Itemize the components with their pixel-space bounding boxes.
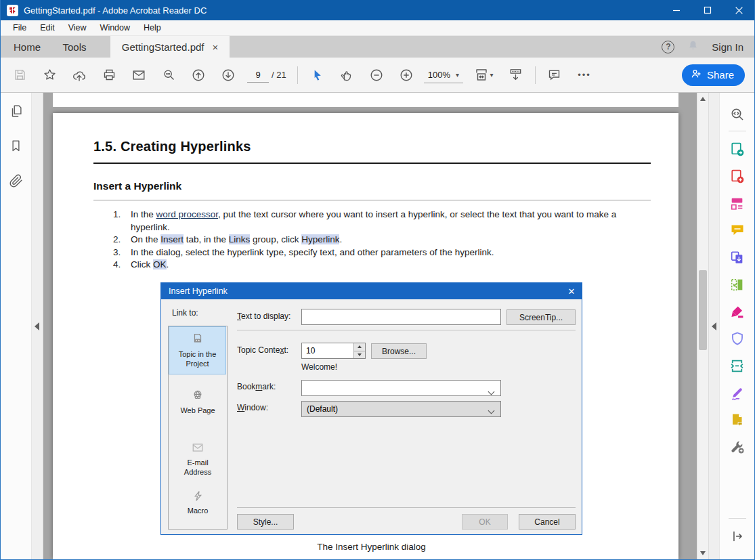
zoom-in-icon[interactable] [391,62,421,88]
figure-caption: The Insert Hyperlink dialog [160,542,582,552]
window-combo: (Default) [301,401,501,417]
open-pane-icon[interactable] [726,523,749,550]
dialog-separator [237,330,576,330]
save-icon[interactable] [5,62,35,88]
page-scroll-icon[interactable] [501,62,531,88]
sign-pen-icon[interactable] [726,379,749,406]
request-signatures-icon[interactable] [726,406,749,433]
bookmarks-icon[interactable] [9,139,23,156]
toolbar: / 21 100% ▾ ▾ ••• [1,58,754,93]
subsection-heading: Insert a Hyperlink [93,180,181,192]
export-pdf-icon[interactable] [726,135,749,163]
upload-cloud-icon[interactable] [64,62,94,88]
nav-web-page: Web Page [169,383,226,421]
word-processor-link[interactable]: word processor [156,209,219,219]
bookmark-label: Bookmark: [237,382,276,391]
scrollbar-thumb[interactable] [699,270,707,350]
vertical-scrollbar[interactable] [697,93,708,559]
share-button[interactable]: Share [682,64,745,86]
menu-window[interactable]: Window [93,23,137,33]
star-icon[interactable] [35,62,64,88]
previous-page-bottom [53,93,678,107]
search-tools-icon[interactable] [726,101,749,128]
close-tab-icon[interactable]: × [212,42,218,52]
tab-document[interactable]: GettingStarted.pdf × [110,36,230,58]
page-total-label: / 21 [272,70,286,80]
acrobat-window: GettingStarted.pdf - Adobe Acrobat Reade… [0,0,755,560]
bell-icon[interactable] [687,39,699,54]
tools-rail [719,93,754,559]
compress-pdf-icon[interactable] [726,352,749,379]
page-number-input[interactable] [247,68,269,83]
spinner-up-icon [354,343,365,351]
nav-topic-in-project: Topic in the Project [169,326,226,374]
numbered-steps: 1. In the word processor, put the text c… [113,209,651,272]
ok-button: OK [462,514,508,530]
comment-icon[interactable] [540,62,569,88]
zoom-out-icon[interactable] [362,62,391,88]
menu-view[interactable]: View [62,23,93,33]
rail-divider [729,131,746,131]
select-cursor-icon[interactable] [302,62,332,88]
web-page-icon [192,389,204,404]
section-heading: 1.5. Creating Hyperlinks [93,139,251,154]
link-to-label: Link to: [172,308,198,318]
list-item: 3. In the dialog, select the hyperlink t… [113,246,651,259]
fill-sign-icon[interactable] [726,298,749,325]
menu-help[interactable]: Help [137,23,168,33]
topic-context-label: Topic Context: [237,345,288,355]
menu-file[interactable]: File [6,23,33,33]
combine-files-icon[interactable] [726,244,749,271]
share-label: Share [707,69,734,81]
text-to-display-label: Text to display: [237,311,290,321]
insert-hyperlink-dialog-image: Insert Hyperlink ✕ Link to: Topic in the… [160,282,582,535]
list-item: 4. Click OK. [113,259,651,272]
fit-width-icon[interactable]: ▾ [466,62,501,88]
create-pdf-icon[interactable] [726,163,749,190]
minimize-button[interactable] [661,0,692,20]
zoom-level-value: 100% [428,70,450,80]
titlebar: GettingStarted.pdf - Adobe Acrobat Reade… [1,0,754,20]
page-up-icon[interactable] [184,62,213,88]
scroll-down-arrow-icon[interactable] [700,551,706,555]
tab-home[interactable]: Home [1,36,53,58]
chevron-down-icon [488,407,495,416]
tab-tools[interactable]: Tools [53,36,95,58]
heading-rule [93,163,651,164]
email-address-icon [192,441,204,456]
dialog-titlebar: Insert Hyperlink ✕ [161,283,582,299]
left-pane-collapse-strip[interactable] [32,93,43,559]
maximize-button[interactable] [692,0,723,20]
organize-pages-icon[interactable] [726,271,749,298]
dialog-title: Insert Hyperlink [169,286,228,296]
comment-tool-icon[interactable] [726,217,749,244]
add-tools-icon[interactable] [726,433,749,460]
menu-edit[interactable]: Edit [33,23,62,33]
more-tools-icon[interactable]: ••• [569,62,599,88]
document-tab-label: GettingStarted.pdf [122,41,204,53]
topic-context-spinner: 10 [301,343,366,359]
scroll-up-arrow-icon[interactable] [700,97,706,101]
page-down-icon[interactable] [213,62,243,88]
hand-icon[interactable] [332,62,362,88]
list-item: 1. In the word processor, put the text c… [113,209,651,234]
right-pane-collapse-strip[interactable] [708,93,719,559]
print-icon[interactable] [94,62,124,88]
find-icon[interactable] [154,62,184,88]
left-nav-rail [1,93,32,559]
edit-pdf-icon[interactable] [726,190,749,217]
toolbar-divider [535,66,536,84]
protect-icon[interactable] [726,325,749,352]
sign-in-button[interactable]: Sign In [712,41,743,53]
attachments-icon[interactable] [9,173,24,191]
dialog-separator [237,507,576,508]
nav-macro: Macro [169,485,226,520]
expand-right-arrow-icon[interactable] [712,322,716,330]
collapse-left-arrow-icon[interactable] [35,322,39,330]
help-icon[interactable]: ? [662,41,674,53]
email-icon[interactable] [124,62,154,88]
close-button[interactable] [723,0,754,20]
page-thumbnails-icon[interactable] [9,104,24,121]
zoom-level-dropdown[interactable]: 100% ▾ [424,67,463,83]
document-viewport[interactable]: 1.5. Creating Hyperlinks Insert a Hyperl… [43,93,697,559]
